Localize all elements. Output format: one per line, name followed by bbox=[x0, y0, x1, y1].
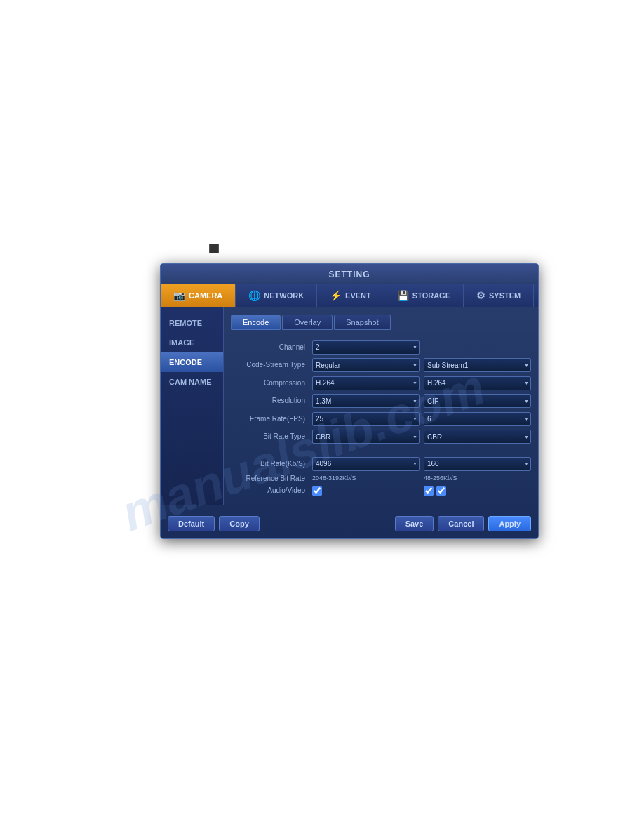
bit-rate-kb-main-select[interactable]: 4096 bbox=[312, 457, 420, 471]
frame-rate-main-wrapper: 25 bbox=[312, 411, 420, 426]
compression-label: Compression bbox=[231, 379, 308, 387]
nav-tab-storage[interactable]: 💾 STORAGE bbox=[384, 284, 464, 307]
sidebar: REMOTE IMAGE ENCODE CAM NAME bbox=[161, 307, 224, 505]
sub-tab-snapshot[interactable]: Snapshot bbox=[334, 315, 390, 330]
audio-video-sub-video-checkbox[interactable] bbox=[436, 486, 446, 496]
btn-group-left: Default Copy bbox=[168, 516, 260, 531]
code-stream-main-select[interactable]: Regular bbox=[312, 358, 420, 372]
frame-rate-label: Frame Rate(FPS) bbox=[231, 415, 308, 423]
default-button[interactable]: Default bbox=[168, 516, 215, 531]
main-content: REMOTE IMAGE ENCODE CAM NAME Encode Over… bbox=[161, 307, 538, 505]
system-icon: ⚙ bbox=[476, 290, 485, 301]
reference-bit-rate-label: Reference Bit Rate bbox=[231, 475, 308, 482]
storage-icon: 💾 bbox=[397, 290, 409, 301]
bit-rate-type-label: Bit Rate Type bbox=[231, 432, 308, 440]
sub-tabs: Encode Overlay Snapshot bbox=[231, 315, 531, 330]
channel-label: Channel bbox=[231, 343, 308, 351]
bit-rate-kb-sub-select[interactable]: 160 bbox=[424, 457, 531, 471]
resolution-main-wrapper: 1.3M bbox=[312, 394, 420, 409]
btn-group-right: Save Cancel Apply bbox=[395, 516, 531, 531]
nav-tab-system[interactable]: ⚙ SYSTEM bbox=[464, 284, 534, 307]
frame-rate-main-select[interactable]: 25 bbox=[312, 412, 420, 426]
apply-button[interactable]: Apply bbox=[488, 516, 531, 531]
sub-tab-encode[interactable]: Encode bbox=[231, 315, 281, 330]
camera-icon: 📷 bbox=[173, 290, 185, 301]
setting-dialog: SETTING 📷 CAMERA 🌐 NETWORK ⚡ EVENT 💾 STO… bbox=[160, 263, 539, 539]
compression-sub-select[interactable]: H.264 bbox=[424, 376, 531, 390]
code-stream-main-wrapper: Regular bbox=[312, 358, 420, 373]
reference-sub-value: 48-256Kb/S bbox=[424, 475, 531, 482]
compression-main-wrapper: H.264 bbox=[312, 376, 420, 390]
bit-rate-type-sub-select[interactable]: CBR bbox=[424, 430, 531, 444]
network-icon: 🌐 bbox=[248, 290, 260, 301]
bit-rate-type-main-wrapper: CBR bbox=[312, 430, 420, 444]
bit-rate-kb-main-wrapper: 4096 bbox=[312, 456, 420, 471]
nav-tab-system-label: SYSTEM bbox=[489, 291, 521, 300]
save-button[interactable]: Save bbox=[395, 516, 434, 531]
audio-video-main-cell bbox=[312, 486, 420, 496]
dialog-title-bar: SETTING bbox=[161, 264, 538, 284]
audio-video-label: Audio/Video bbox=[231, 486, 308, 494]
nav-tab-event-label: EVENT bbox=[345, 291, 371, 300]
resolution-main-select[interactable]: 1.3M bbox=[312, 394, 420, 408]
small-icon bbox=[209, 244, 219, 253]
bit-rate-kb-label: Bit Rate(Kb/S) bbox=[231, 460, 308, 468]
bottom-buttons: Default Copy Save Cancel Apply bbox=[161, 510, 538, 538]
compression-main-select[interactable]: H.264 bbox=[312, 376, 420, 390]
frame-rate-sub-select[interactable]: 6 bbox=[424, 412, 531, 426]
reference-main-value: 2048-3192Kb/S bbox=[312, 475, 420, 482]
channel-select[interactable]: 2 bbox=[312, 340, 420, 355]
code-stream-sub-wrapper: Sub Stream1 bbox=[424, 358, 531, 373]
content-area: Encode Overlay Snapshot Channel 2 Code-S… bbox=[224, 307, 538, 505]
dialog-title: SETTING bbox=[328, 270, 370, 279]
resolution-label: Resolution bbox=[231, 397, 308, 404]
nav-tab-storage-label: STORAGE bbox=[412, 291, 450, 300]
sub-tab-overlay[interactable]: Overlay bbox=[282, 315, 333, 330]
audio-video-sub-audio-checkbox[interactable] bbox=[424, 486, 434, 496]
nav-tab-network[interactable]: 🌐 NETWORK bbox=[236, 284, 317, 307]
bit-rate-type-sub-wrapper: CBR bbox=[424, 430, 531, 444]
sidebar-item-remote[interactable]: REMOTE bbox=[161, 313, 223, 333]
cancel-button[interactable]: Cancel bbox=[438, 516, 484, 531]
sidebar-item-camname[interactable]: CAM NAME bbox=[161, 372, 223, 392]
nav-tabs-row: 📷 CAMERA 🌐 NETWORK ⚡ EVENT 💾 STORAGE ⚙ S… bbox=[161, 284, 538, 307]
event-icon: ⚡ bbox=[330, 290, 342, 301]
copy-button[interactable]: Copy bbox=[219, 516, 260, 531]
channel-select-wrapper: 2 bbox=[312, 340, 420, 355]
resolution-sub-select[interactable]: CIF bbox=[424, 394, 531, 408]
frame-rate-sub-wrapper: 6 bbox=[424, 411, 531, 426]
bit-rate-kb-sub-wrapper: 160 bbox=[424, 456, 531, 471]
audio-video-main-checkbox[interactable] bbox=[312, 486, 322, 496]
nav-tab-camera-label: CAMERA bbox=[189, 291, 222, 300]
code-stream-label: Code-Stream Type bbox=[231, 361, 308, 369]
bit-rate-type-main-select[interactable]: CBR bbox=[312, 430, 420, 444]
resolution-sub-wrapper: CIF bbox=[424, 394, 531, 409]
compression-sub-wrapper: H.264 bbox=[424, 376, 531, 390]
code-stream-sub-select[interactable]: Sub Stream1 bbox=[424, 358, 531, 372]
sidebar-item-image[interactable]: IMAGE bbox=[161, 333, 223, 352]
nav-tab-event[interactable]: ⚡ EVENT bbox=[317, 284, 384, 307]
audio-video-sub-cell bbox=[424, 486, 531, 496]
nav-tab-camera[interactable]: 📷 CAMERA bbox=[161, 284, 236, 307]
nav-tab-network-label: NETWORK bbox=[264, 291, 304, 300]
sidebar-item-encode[interactable]: ENCODE bbox=[161, 352, 223, 372]
